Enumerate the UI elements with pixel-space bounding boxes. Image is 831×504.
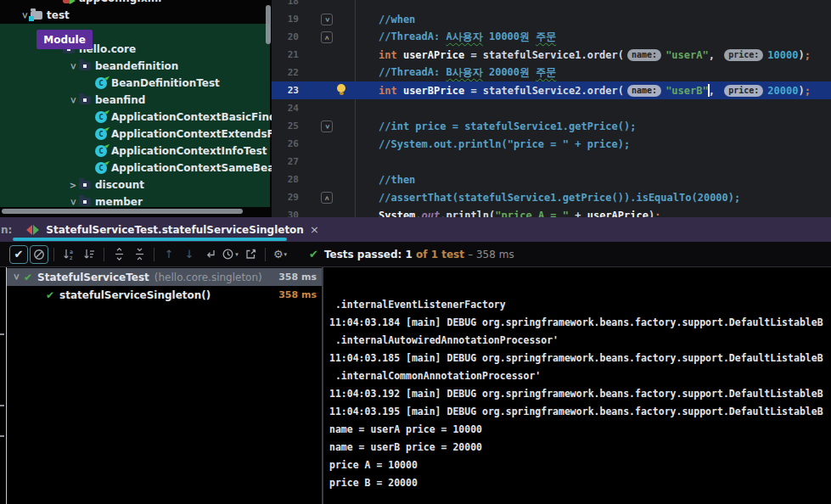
tree-item-ApplicationContextSameBeanFindTest[interactable]: >CApplicationContextSameBeanFindTest	[0, 160, 272, 176]
code-editor[interactable]: 1819>//when20>//ThreadA: A사용자 10000원 주문2…	[272, 0, 831, 217]
code-line-30[interactable]: 30System.out.println("price A = " + user…	[272, 206, 831, 217]
fold-up-icon[interactable]: >	[321, 192, 333, 204]
tree-item-appConfig.xml[interactable]: >appConfig.xml	[0, 0, 272, 7]
token-str: "userB"	[665, 85, 709, 97]
show-passed-button[interactable]: ✔	[9, 245, 28, 264]
tree-item-member[interactable]: >member	[0, 193, 272, 210]
tree-item-ApplicationContextExtendsFindTest[interactable]: >CApplicationContextExtendsFindTest	[0, 126, 272, 143]
fold-down-icon[interactable]: >	[321, 14, 333, 25]
code-line-28[interactable]: 28//then	[272, 171, 831, 188]
token-cm: //then	[379, 174, 415, 186]
tree-item-ApplicationContextBasicFindTest[interactable]: >CApplicationContextBasicFindTest	[0, 109, 272, 126]
line-number: 18	[272, 0, 299, 7]
test-history-button[interactable]: ▾	[221, 245, 239, 264]
token-cm: //ThreadA:	[379, 31, 446, 42]
project-tree-horizontal-scrollbar[interactable]	[2, 209, 243, 214]
inlay-hint-chip: price:	[724, 85, 763, 97]
package-folder-icon	[79, 179, 92, 191]
token-var: userAPrice	[403, 49, 464, 61]
chevron-open-icon[interactable]: >	[69, 94, 78, 106]
test-class-icon: C	[95, 111, 108, 123]
test-class-icon: C	[95, 145, 108, 157]
code-text: //assertThat(statefulService1.getPrice()…	[355, 192, 740, 204]
code-line-21[interactable]: 21int userAPrice = statefulService1.orde…	[272, 46, 831, 64]
code-line-20[interactable]: 20>//ThreadA: A사용자 10000원 주문	[272, 28, 831, 46]
code-line-25[interactable]: 25>//int price = statefulService1.getPri…	[272, 117, 831, 135]
code-line-22[interactable]: 22//ThreadA: B사용자 20000원 주문	[272, 64, 831, 81]
chevron-open-icon[interactable]: >	[12, 272, 21, 283]
test-status-summary: ✔Tests passed: 1 of 1 test – 358 ms	[309, 248, 514, 260]
console-line: name = userB price = 20000	[329, 439, 831, 456]
token-pl: .println(	[440, 210, 495, 218]
fold-up-icon[interactable]: >	[321, 31, 333, 43]
test-result-row[interactable]: ✔statefulServiceSingleton()358 ms	[7, 286, 322, 304]
chevron-open-icon[interactable]: >	[20, 9, 30, 21]
editor-gutter: >	[299, 188, 355, 206]
tree-item-BeanDefinitionTest[interactable]: >CBeanDefinitionTest	[0, 75, 272, 92]
code-line-29[interactable]: 29>//assertThat(statefulService1.getPric…	[272, 188, 831, 206]
console-line: 11:04:03.185 [main] DEBUG org.springfram…	[329, 350, 831, 367]
test-passed-icon: ✔	[24, 272, 32, 283]
chevron-open-icon[interactable]: >	[69, 196, 78, 208]
junit-run-icon	[26, 225, 39, 235]
svg-text:z: z	[70, 255, 73, 260]
token-cm: //when	[379, 14, 415, 25]
code-line-26[interactable]: 26//System.out.println("price = " + pric…	[272, 135, 831, 153]
code-text: int userAPrice = statefulService1.order(…	[355, 49, 811, 61]
code-line-19[interactable]: 19>//when	[272, 10, 831, 28]
previous-failed-test-button[interactable]: ↑	[160, 245, 178, 264]
test-duration: 358 ms	[278, 289, 317, 300]
test-result-row[interactable]: >✔StatefulServiceTest(hello.core.singlet…	[7, 268, 322, 286]
line-number: 24	[272, 103, 299, 114]
tree-console-splitter[interactable]	[322, 267, 323, 504]
code-line-23[interactable]: 23int userBPrice = statefulService2.orde…	[272, 81, 831, 99]
toolbar-separator	[104, 248, 104, 261]
jump-to-source-button[interactable]	[200, 245, 219, 264]
run-tab-title[interactable]: StatefulServiceTest.statefulServiceSingl…	[46, 224, 304, 236]
token-pl: )	[798, 49, 804, 61]
console-line: .internalCommonAnnotationProcessor'	[329, 367, 831, 385]
line-number: 23	[272, 85, 299, 96]
tree-item-beanfind[interactable]: >beanfind	[0, 92, 272, 109]
console-line: 11:04:03.195 [main] DEBUG org.springfram…	[329, 403, 831, 421]
token-num: 20000	[767, 85, 798, 97]
code-text: //ThreadA: B사용자 20000원 주문	[355, 65, 556, 80]
left-edge-strip	[0, 267, 7, 504]
token-kw: int	[379, 85, 397, 97]
editor-gutter	[299, 64, 355, 81]
close-tab-icon[interactable]: ×	[310, 223, 319, 236]
token-cmw: 주문	[536, 66, 556, 78]
chevron-closed-icon[interactable]: >	[67, 181, 79, 190]
sort-alphabetically-button[interactable]: az	[59, 245, 78, 264]
next-failed-test-button[interactable]: ↓	[180, 245, 199, 264]
token-cmw: A사용자	[446, 31, 482, 42]
token-pl: ,	[709, 49, 721, 61]
tree-item-beandefinition[interactable]: >beandefinition	[0, 58, 272, 75]
fold-down-icon[interactable]: >	[321, 120, 333, 132]
test-passed-icon: ✔	[46, 289, 54, 301]
tree-item-label: discount	[95, 179, 144, 191]
code-line-27[interactable]: 27	[272, 153, 831, 171]
status-time: – 358 ms	[468, 249, 514, 260]
chevron-open-icon[interactable]: >	[69, 60, 78, 72]
token-pl: +	[569, 210, 587, 218]
export-test-results-button[interactable]	[241, 245, 260, 264]
tree-item-test[interactable]: >test	[0, 7, 272, 24]
token-pl: ,	[709, 85, 721, 97]
expand-all-button[interactable]	[109, 245, 128, 264]
code-line-24[interactable]: 24	[272, 99, 831, 117]
tree-item-discount[interactable]: >discount	[0, 176, 272, 193]
sort-by-duration-button[interactable]	[80, 245, 98, 264]
console-line: price B = 20000	[329, 474, 831, 492]
intention-lightbulb-icon[interactable]	[337, 84, 345, 92]
code-line-18[interactable]: 18	[272, 0, 831, 10]
project-tree-vertical-scrollbar[interactable]	[266, 5, 271, 44]
show-ignored-button[interactable]	[30, 245, 48, 264]
tree-item-ApplicationContextInfoTest[interactable]: >CApplicationContextInfoTest	[0, 143, 272, 160]
settings-button[interactable]: ⚙▾	[271, 245, 289, 264]
line-number: 26	[272, 138, 299, 149]
collapse-all-button[interactable]	[130, 245, 149, 264]
editor-gutter	[299, 171, 355, 188]
token-pl	[397, 85, 403, 97]
line-number: 25	[272, 120, 299, 132]
